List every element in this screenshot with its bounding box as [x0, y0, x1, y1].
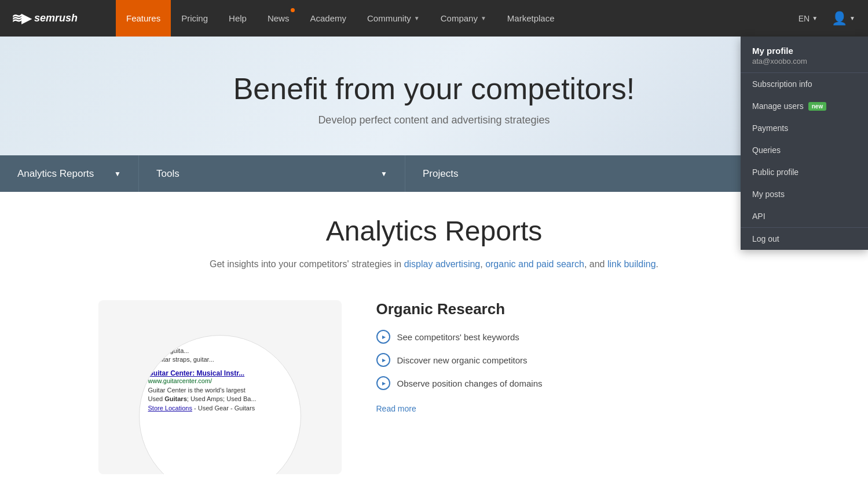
- feature-title: Organic Research: [376, 300, 770, 318]
- subnav-tools[interactable]: Tools ▼: [139, 155, 405, 192]
- dropdown-profile-header: My profile ata@xoobo.com: [741, 37, 868, 73]
- nav-item-academy[interactable]: Academy: [299, 0, 357, 37]
- search-second-text: s, guitar straps, guitar...: [148, 356, 292, 363]
- nav-item-news[interactable]: News: [257, 0, 300, 37]
- nav-item-help[interactable]: Help: [218, 0, 257, 37]
- manage-users-new-badge: new: [808, 102, 826, 111]
- logo[interactable]: ≋▶ semrush: [0, 11, 116, 26]
- nav-item-pricing[interactable]: Pricing: [171, 0, 218, 37]
- search-result-url: www.guitarcenter.com/: [148, 377, 292, 384]
- feature-bullet-icon-3: [376, 376, 390, 390]
- dropdown-profile-email: ata@xoobo.com: [752, 57, 856, 65]
- dropdown-item-manage-users[interactable]: Manage users new: [741, 95, 868, 117]
- nav-item-company[interactable]: Company ▼: [430, 0, 497, 37]
- company-chevron-icon: ▼: [481, 15, 486, 21]
- tools-chevron-icon: ▼: [380, 170, 387, 178]
- main-content: Analytics Reports Get insights into your…: [87, 192, 782, 495]
- subnav-analytics-reports[interactable]: Analytics Reports ▼: [0, 155, 139, 192]
- logo-text: semrush: [34, 12, 78, 24]
- search-top-text: electric guita...: [148, 347, 292, 354]
- feature-info: Organic Research See competitors' best k…: [376, 300, 770, 414]
- content-title: Analytics Reports: [98, 215, 770, 247]
- feature-list: See competitors' best keywords Discover …: [376, 330, 770, 390]
- nav-item-features[interactable]: Features: [116, 0, 171, 37]
- nav-items: Features Pricing Help News Academy Commu…: [116, 0, 792, 37]
- user-menu-button[interactable]: 👤 ▼: [825, 11, 862, 26]
- nav-right: EN ▼ 👤 ▼: [792, 11, 868, 26]
- feature-list-item-1: See competitors' best keywords: [376, 330, 770, 344]
- lang-chevron-icon: ▼: [812, 15, 818, 21]
- sub-navigation: Analytics Reports ▼ Tools ▼ Projects: [0, 155, 868, 192]
- dropdown-item-subscription[interactable]: Subscription info: [741, 73, 868, 95]
- top-navigation: ≋▶ semrush Features Pricing Help News Ac…: [0, 0, 868, 37]
- user-dropdown-menu: My profile ata@xoobo.com Subscription in…: [741, 37, 868, 250]
- read-more-link[interactable]: Read more: [376, 404, 416, 413]
- display-advertising-link[interactable]: display advertising: [404, 259, 481, 269]
- nav-item-marketplace[interactable]: Marketplace: [497, 0, 565, 37]
- user-chevron-icon: ▼: [849, 15, 855, 21]
- search-result-mock: electric guita... s, guitar straps, guit…: [139, 335, 301, 474]
- feature-image: electric guita... s, guitar straps, guit…: [98, 300, 342, 474]
- search-link[interactable]: organic and paid search: [485, 259, 584, 269]
- nav-item-community[interactable]: Community ▼: [357, 0, 430, 37]
- analytics-chevron-icon: ▼: [114, 170, 121, 178]
- link-building-link[interactable]: link building: [607, 259, 656, 269]
- dropdown-item-payments[interactable]: Payments: [741, 117, 868, 139]
- news-dot: [291, 8, 295, 12]
- feature-bullet-icon-1: [376, 330, 390, 344]
- feature-list-item-2: Discover new organic competitors: [376, 353, 770, 367]
- feature-bullet-icon-2: [376, 353, 390, 367]
- hero-section: Benefit from your competitors! Develop p…: [0, 37, 868, 155]
- community-chevron-icon: ▼: [414, 15, 420, 21]
- dropdown-profile-name: My profile: [752, 46, 856, 56]
- dropdown-item-logout[interactable]: Log out: [741, 228, 868, 250]
- dropdown-item-my-posts[interactable]: My posts: [741, 183, 868, 205]
- dropdown-item-public-profile[interactable]: Public profile: [741, 161, 868, 183]
- language-selector[interactable]: EN ▼: [792, 14, 825, 23]
- feature-list-item-3: Observe position changes of domains: [376, 376, 770, 390]
- dropdown-item-api[interactable]: API: [741, 205, 868, 227]
- logo-icon: ≋▶: [12, 11, 31, 26]
- feature-section: electric guita... s, guitar straps, guit…: [98, 300, 770, 474]
- user-icon: 👤: [832, 11, 847, 26]
- hero-subtitle: Develop perfect content and advertising …: [12, 114, 856, 126]
- search-result-title: Guitar Center: Musical Instr...: [148, 369, 292, 377]
- content-subtitle: Get insights into your competitors' stra…: [98, 257, 770, 271]
- hero-title: Benefit from your competitors!: [12, 71, 856, 106]
- dropdown-item-queries[interactable]: Queries: [741, 139, 868, 161]
- search-result-desc: Guitar Center is the world's largest Use…: [148, 386, 292, 413]
